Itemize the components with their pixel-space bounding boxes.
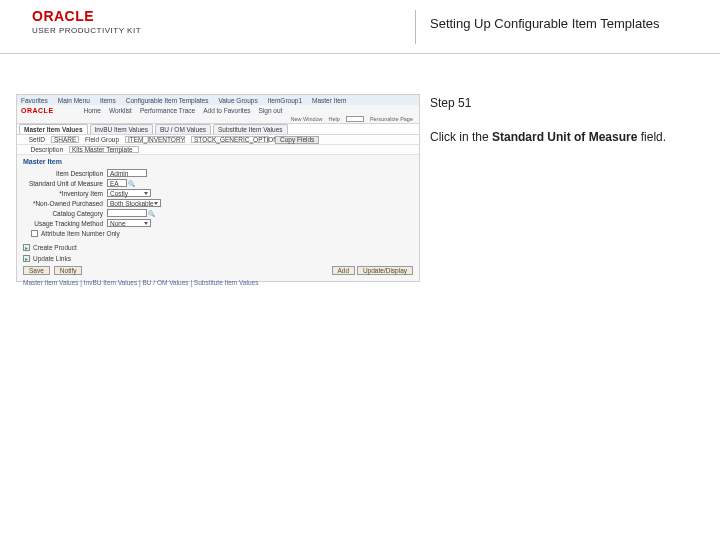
attribute-item-checkbox[interactable] bbox=[31, 230, 38, 237]
footer-tab-links[interactable]: Master Item Values | InvBU Item Values |… bbox=[17, 277, 419, 288]
step-text: Click in the Standard Unit of Measure fi… bbox=[430, 130, 690, 144]
description-label: Description bbox=[23, 146, 63, 153]
create-product-link[interactable]: Create Product bbox=[33, 244, 77, 251]
save-button[interactable]: Save bbox=[23, 266, 50, 275]
new-window-link[interactable]: New Window bbox=[290, 116, 322, 122]
item-description-field[interactable]: Admin bbox=[107, 169, 147, 177]
breadcrumb: Favorites Main Menu Items Configurable I… bbox=[17, 95, 419, 105]
standard-uom-field[interactable]: EA bbox=[107, 179, 127, 187]
lookup-icon[interactable]: 🔍 bbox=[147, 209, 155, 217]
non-owned-dropdown[interactable]: Both Stockable bbox=[107, 199, 161, 207]
instruction-panel: Step 51 Click in the Standard Unit of Me… bbox=[430, 96, 690, 144]
update-links-link[interactable]: Update Links bbox=[33, 255, 71, 262]
nav-fav[interactable]: Add to Favorites bbox=[203, 107, 250, 114]
nav-home[interactable]: Home bbox=[84, 107, 101, 114]
tab-row: Master Item Values InvBU Item Values BU … bbox=[17, 123, 419, 135]
nav-perf[interactable]: Performance Trace bbox=[140, 107, 195, 114]
nav-signout[interactable]: Sign out bbox=[259, 107, 283, 114]
tab-bu-om-values[interactable]: BU / OM Values bbox=[155, 124, 211, 134]
inventory-item-label: *Inventory Item bbox=[21, 190, 107, 197]
app-brand: ORACLE bbox=[21, 107, 54, 114]
header-divider bbox=[415, 10, 416, 44]
page-toolbar: New Window Help Personalize Page bbox=[17, 115, 419, 123]
context-row-1: SetID SHARE Field Group ITEM_INVENTORY S… bbox=[17, 135, 419, 145]
breadcrumb-item[interactable]: Items bbox=[100, 97, 116, 104]
breadcrumb-item[interactable]: Configurable Item Templates bbox=[126, 97, 209, 104]
non-owned-label: *Non-Owned Purchased bbox=[21, 200, 107, 207]
breadcrumb-item[interactable]: Favorites bbox=[21, 97, 48, 104]
usage-tracking-dropdown[interactable]: None bbox=[107, 219, 151, 227]
catalog-category-label: Catalog Category bbox=[21, 210, 107, 217]
step-label: Step 51 bbox=[430, 96, 690, 110]
standard-uom-label: Standard Unit of Measure bbox=[21, 180, 107, 187]
tab-invbu-item-values[interactable]: InvBU Item Values bbox=[90, 124, 153, 134]
context-row-2: Description Kits Master Template bbox=[17, 145, 419, 155]
setid-label: SetID bbox=[23, 136, 45, 143]
expand-icon[interactable]: ▸ bbox=[23, 244, 30, 251]
catalog-category-field[interactable] bbox=[107, 209, 147, 217]
breadcrumb-item[interactable]: Value Groups bbox=[218, 97, 257, 104]
nav-worklist[interactable]: Worklist bbox=[109, 107, 132, 114]
breadcrumb-item[interactable]: Master Item bbox=[312, 97, 346, 104]
fieldgroup-label: Field Group bbox=[85, 136, 119, 143]
slide-header: ORACLE USER PRODUCTIVITY KIT Setting Up … bbox=[0, 0, 720, 54]
copy-fields-button[interactable]: Copy Fields bbox=[275, 136, 319, 144]
expand-icon[interactable]: ▸ bbox=[23, 255, 30, 262]
breadcrumb-item[interactable]: ItemGroup1 bbox=[268, 97, 302, 104]
page-title: Setting Up Configurable Item Templates bbox=[430, 16, 660, 31]
tab-substitute-item-values[interactable]: Substitute Item Values bbox=[213, 124, 288, 134]
notify-button[interactable]: Notify bbox=[54, 266, 83, 275]
personalize-label: Personalize Page bbox=[370, 116, 413, 122]
form-area: Item Description Admin Standard Unit of … bbox=[17, 168, 419, 242]
fieldgroup-value: ITEM_INVENTORY bbox=[125, 136, 185, 143]
item-description-label: Item Description bbox=[21, 170, 107, 177]
description-field[interactable]: Kits Master Template bbox=[69, 146, 139, 153]
help-link[interactable]: Help bbox=[329, 116, 340, 122]
fieldgroup-desc: STOCK_GENERIC_OPTIONS bbox=[191, 136, 269, 143]
section-master-item: Master Item bbox=[17, 155, 419, 168]
app-screenshot: Favorites Main Menu Items Configurable I… bbox=[16, 94, 420, 282]
button-bar: Save Notify Add Update/Display bbox=[17, 264, 419, 277]
tab-master-item-values[interactable]: Master Item Values bbox=[19, 124, 88, 134]
oracle-logo: ORACLE bbox=[32, 8, 94, 24]
inventory-item-dropdown[interactable]: Costly bbox=[107, 189, 151, 197]
oracle-logo-subtitle: USER PRODUCTIVITY KIT bbox=[32, 26, 141, 35]
update-display-button[interactable]: Update/Display bbox=[357, 266, 413, 275]
app-nav: Home Worklist Performance Trace Add to F… bbox=[84, 107, 283, 114]
setid-value: SHARE bbox=[51, 136, 79, 143]
add-button[interactable]: Add bbox=[332, 266, 356, 275]
usage-tracking-label: Usage Tracking Method bbox=[21, 220, 107, 227]
breadcrumb-item[interactable]: Main Menu bbox=[58, 97, 90, 104]
personalize-link[interactable] bbox=[346, 116, 364, 122]
attribute-item-label: Attribute Item Number Only bbox=[41, 230, 120, 237]
lookup-icon[interactable]: 🔍 bbox=[127, 179, 135, 187]
